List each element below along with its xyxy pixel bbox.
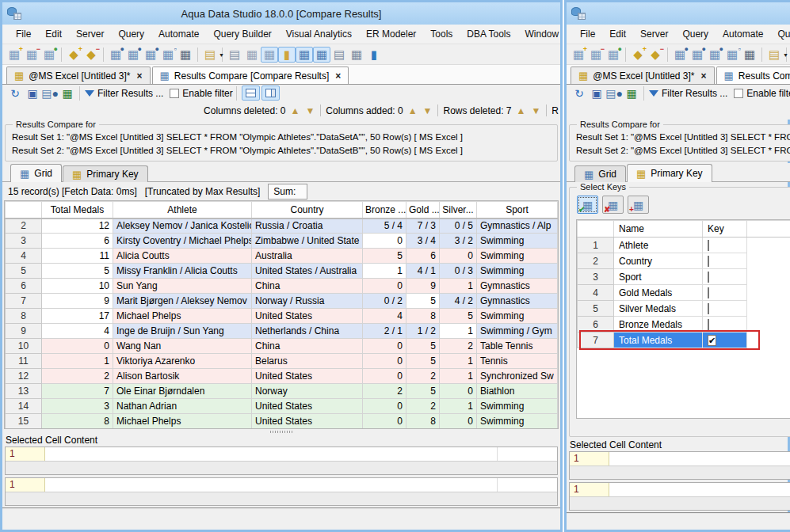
grid-cell[interactable]: 5	[406, 384, 440, 399]
grid-cell[interactable]: 5	[42, 264, 113, 279]
pivot-grid-icon[interactable]: ▦	[348, 47, 365, 63]
schema-browser-icon[interactable]: ▦	[741, 47, 758, 63]
text-view-icon[interactable]: ▤	[330, 47, 348, 63]
grid-cell[interactable]: United States	[252, 399, 363, 414]
script-options-icon[interactable]: ▤▼	[765, 47, 783, 63]
key-checkbox-cell[interactable]	[703, 269, 747, 285]
grid-column-header[interactable]: Gold ...	[406, 202, 440, 218]
grid-cell[interactable]: 1	[440, 354, 477, 369]
close-tab-icon[interactable]: ×	[335, 70, 341, 82]
grid-cell[interactable]: Sun Yang	[113, 279, 252, 294]
query-analyzer-icon[interactable]: ▦●	[671, 47, 689, 63]
grid-cell[interactable]: 3 / 4	[406, 234, 440, 249]
grid-cell[interactable]: 0 / 2	[363, 294, 406, 309]
grid-cell[interactable]: 0	[363, 279, 406, 294]
row-number-cell[interactable]: 4	[6, 249, 42, 264]
grid-cell[interactable]: 1	[42, 354, 113, 369]
menu-item-file[interactable]: File	[573, 26, 602, 42]
key-name-cell[interactable]: Athlete	[614, 238, 703, 253]
server-connect-icon[interactable]: ▦●	[40, 47, 58, 63]
key-checkbox[interactable]	[708, 319, 709, 330]
chart-icon[interactable]: ▮	[365, 47, 383, 63]
doc-tab-ms-excel-untitled-3[interactable]: ▦@MS Excel [Untitled 3]*×	[571, 66, 715, 84]
find-preview-icon[interactable]: ▤●	[605, 86, 623, 101]
key-column-header[interactable]: Key	[703, 221, 747, 238]
tab-primary-key[interactable]: ▦ Primary Key	[63, 165, 148, 182]
grid-cell[interactable]: 1	[440, 324, 477, 339]
grid-cell[interactable]: 2	[406, 369, 440, 384]
row-number-cell[interactable]: 8	[6, 309, 42, 324]
grid-cell[interactable]: Viktoriya Azarenko	[113, 354, 252, 369]
row-number-cell[interactable]: 6	[6, 279, 42, 294]
enable-filter-checkbox[interactable]	[734, 89, 743, 98]
save-results-icon[interactable]: ▣	[24, 86, 41, 101]
grid-cell[interactable]: 0	[363, 414, 406, 429]
grid-cell[interactable]: 0	[363, 234, 406, 249]
register-server-add-icon[interactable]: ▦+	[570, 47, 587, 63]
tab-grid[interactable]: ▦ Grid	[10, 164, 62, 182]
grid-cell[interactable]: 0	[363, 369, 406, 384]
refresh-icon[interactable]: ↻	[571, 86, 588, 101]
menu-item-window[interactable]: Window	[518, 26, 561, 42]
row-number-cell[interactable]: 3	[578, 269, 614, 285]
grid-cell[interactable]: 5	[440, 309, 477, 324]
key-column-header[interactable]: Name	[614, 221, 703, 238]
detach-connection-icon[interactable]: ◆−	[82, 47, 100, 63]
grid-column-header[interactable]	[6, 202, 42, 218]
grid-cell[interactable]: 1	[363, 264, 406, 279]
grid-cell[interactable]: Russia / Croatia	[252, 218, 363, 234]
grid-cell[interactable]: Kirsty Coventry / Michael Phelps	[113, 234, 252, 249]
grid-cell[interactable]: Norway / Russia	[252, 294, 363, 309]
row-number-cell[interactable]: 12	[6, 369, 42, 384]
grid-cell[interactable]: United States	[252, 309, 363, 324]
grid-cell[interactable]: China	[252, 279, 363, 294]
menu-item-query-builder[interactable]: Query Builder	[206, 26, 278, 42]
grid-column-header[interactable]: Total Medals	[42, 202, 113, 218]
grid-cell[interactable]: Swimming	[477, 309, 558, 324]
grid-cell[interactable]: Swimming	[477, 234, 558, 249]
copy-table-icon[interactable]: ▦▫	[723, 47, 741, 63]
grid-cell[interactable]: Swimming / Gym	[477, 324, 558, 339]
schema-browser-icon[interactable]: ▦	[177, 47, 194, 63]
grid-cell[interactable]: Belarus	[252, 354, 363, 369]
grid-cell[interactable]: Gymnastics	[477, 294, 558, 309]
grid-cell[interactable]: Table Tennis	[477, 339, 558, 354]
grid-cell[interactable]: Swimming	[477, 249, 558, 264]
grid-cell[interactable]: 7	[42, 384, 113, 399]
grid-cell[interactable]: 12	[42, 218, 113, 234]
grid-cell[interactable]: 10	[42, 279, 113, 294]
grid-cell[interactable]: Zimbabwe / United State	[252, 234, 363, 249]
grid-cell[interactable]: Swimming	[477, 399, 558, 414]
editor-content-area[interactable]	[45, 478, 557, 492]
key-name-cell[interactable]: Silver Medals	[614, 301, 703, 317]
menu-item-er-modeler[interactable]: ER Modeler	[359, 26, 423, 42]
key-name-cell[interactable]: Country	[614, 253, 703, 269]
editor-content-area[interactable]	[45, 447, 557, 461]
grid-cell[interactable]: 0	[440, 414, 477, 429]
edit-results-icon[interactable]: ▦	[313, 47, 330, 63]
grid-cell[interactable]: 4 / 2	[440, 294, 477, 309]
tab-grid[interactable]: ▦ Grid	[574, 165, 626, 182]
grid-cell[interactable]: 0 / 5	[440, 218, 477, 234]
attach-connection-icon[interactable]: ◆+	[65, 47, 82, 63]
grid-cell[interactable]: Biathlon	[477, 384, 558, 399]
grid-column-header[interactable]: Bronze ...	[363, 202, 406, 218]
menu-item-dba-tools[interactable]: DBA Tools	[460, 26, 517, 42]
query-analyzer-icon[interactable]: ▦●	[107, 47, 124, 63]
grid-cell[interactable]: 4 / 1	[406, 264, 440, 279]
server-connect-icon[interactable]: ▦●	[605, 47, 622, 63]
grid-cell[interactable]: 4	[42, 324, 113, 339]
grid-cell[interactable]: Alison Bartosik	[113, 369, 252, 384]
key-checkbox[interactable]	[708, 287, 709, 298]
export-excel-icon[interactable]: ▦	[59, 86, 76, 101]
grid-cell[interactable]: 1	[440, 369, 477, 384]
grid-cell[interactable]: Alicia Coutts	[113, 249, 252, 264]
grid-cell[interactable]: 11	[42, 249, 113, 264]
grid-cell[interactable]: 3 / 2	[440, 234, 477, 249]
grid-cell[interactable]: United States	[252, 369, 363, 384]
copy-table-icon[interactable]: ▦▫	[159, 47, 177, 63]
key-checkbox-cell[interactable]	[703, 285, 747, 301]
key-name-cell[interactable]: Total Medals	[614, 332, 703, 348]
session-script-icon[interactable]: ▤	[226, 47, 243, 63]
row-number-cell[interactable]: 14	[6, 399, 42, 414]
